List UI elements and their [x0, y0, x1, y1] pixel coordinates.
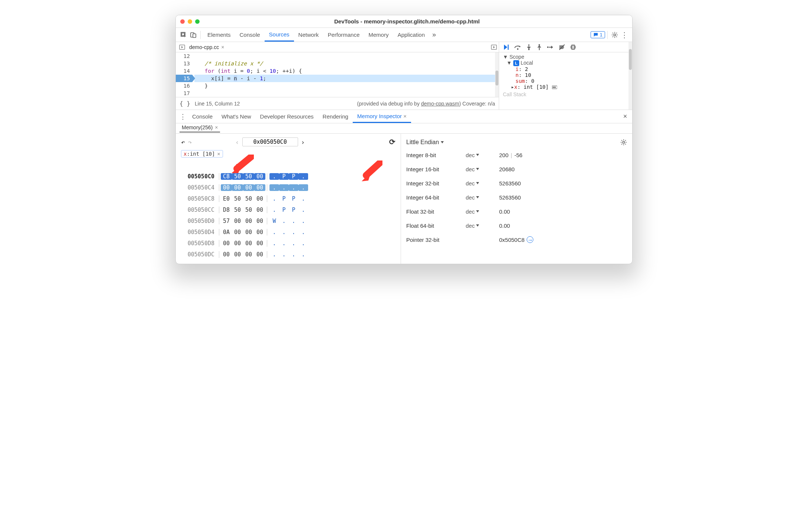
- editor-scrollbar[interactable]: [495, 52, 499, 97]
- object-chip[interactable]: x: int [10] ×: [181, 150, 223, 158]
- tab-application[interactable]: Application: [393, 28, 429, 42]
- kebab-menu-icon[interactable]: ⋮: [620, 30, 629, 40]
- messages-badge[interactable]: 1: [591, 31, 605, 38]
- hex-byte[interactable]: 00: [254, 251, 265, 258]
- hex-byte[interactable]: 00: [243, 218, 254, 224]
- hex-byte[interactable]: 00: [243, 229, 254, 236]
- hex-byte[interactable]: 00: [254, 184, 265, 191]
- ascii-byte[interactable]: .: [298, 229, 308, 236]
- hex-byte[interactable]: 00: [232, 218, 243, 224]
- ascii-byte[interactable]: .: [289, 218, 298, 224]
- ascii-byte[interactable]: .: [279, 251, 289, 258]
- step-out-icon[interactable]: [536, 44, 542, 51]
- scope-var-array[interactable]: ▸x: int [10]: [503, 84, 628, 90]
- tab-console[interactable]: Console: [235, 28, 265, 42]
- scope-var[interactable]: sum: 0: [503, 78, 628, 84]
- local-scope-header[interactable]: ▼ LLocal: [503, 60, 628, 66]
- step-into-icon[interactable]: [526, 44, 532, 51]
- hex-byte[interactable]: 00: [243, 240, 254, 247]
- ascii-byte[interactable]: .: [298, 195, 308, 202]
- debugger-scrollbar[interactable]: [628, 42, 632, 110]
- ascii-byte[interactable]: .: [289, 229, 298, 236]
- hex-byte[interactable]: 50: [243, 195, 254, 202]
- display-mode-select[interactable]: dec: [466, 180, 499, 186]
- minimize-icon[interactable]: [188, 19, 192, 24]
- ascii-byte[interactable]: .: [298, 184, 308, 191]
- pause-exceptions-icon[interactable]: [570, 44, 576, 51]
- drawer-tab-devres[interactable]: Developer Resources: [256, 110, 318, 123]
- hex-byte[interactable]: 50: [232, 173, 243, 180]
- hex-row[interactable]: 005050C400000000....: [181, 182, 395, 193]
- display-mode-select[interactable]: dec: [466, 194, 499, 201]
- hex-row[interactable]: 005050C0C8505000.PP.: [181, 171, 395, 182]
- close-icon[interactable]: ×: [217, 151, 220, 157]
- redo-icon[interactable]: ↷: [188, 138, 192, 146]
- refresh-icon[interactable]: ⟳: [389, 137, 395, 146]
- ascii-byte[interactable]: .: [279, 184, 289, 191]
- resume-icon[interactable]: [503, 44, 510, 51]
- drawer-menu-icon[interactable]: ⋮: [178, 112, 188, 121]
- scope-header[interactable]: ▼ Scope: [503, 54, 628, 60]
- display-mode-select[interactable]: dec: [466, 208, 499, 215]
- hex-row[interactable]: 005050D40A000000....: [181, 227, 395, 238]
- undo-icon[interactable]: ↶: [181, 138, 185, 146]
- file-tab[interactable]: demo-cpp.cc ×: [186, 44, 227, 50]
- step-icon[interactable]: [547, 44, 554, 50]
- close-icon[interactable]: ×: [221, 44, 224, 50]
- hex-row[interactable]: 005050C8E0505000.PP.: [181, 193, 395, 204]
- display-mode-select[interactable]: dec: [466, 223, 499, 229]
- close-icon[interactable]: ×: [215, 124, 218, 130]
- hex-row[interactable]: 005050CCD8505000.PP.: [181, 204, 395, 215]
- ascii-byte[interactable]: P: [289, 207, 298, 213]
- hex-byte[interactable]: 50: [232, 195, 243, 202]
- ascii-byte[interactable]: P: [279, 207, 289, 213]
- hex-byte[interactable]: 00: [232, 240, 243, 247]
- hex-row[interactable]: 005050D057000000W...: [181, 215, 395, 227]
- ascii-byte[interactable]: W: [269, 218, 279, 224]
- code-editor[interactable]: 12 13 14 15 16 17 /* initialize x */ for…: [176, 52, 499, 97]
- ascii-byte[interactable]: P: [279, 173, 289, 180]
- ascii-byte[interactable]: P: [289, 173, 298, 180]
- close-drawer-icon[interactable]: ×: [620, 112, 630, 121]
- tab-performance[interactable]: Performance: [323, 28, 364, 42]
- ascii-byte[interactable]: .: [269, 251, 279, 258]
- hex-grid[interactable]: 005050C0C8505000.PP.005050C400000000....…: [181, 171, 395, 260]
- next-page-icon[interactable]: ›: [301, 138, 305, 146]
- hex-byte[interactable]: 00: [243, 184, 254, 191]
- ascii-byte[interactable]: .: [298, 218, 308, 224]
- hex-byte[interactable]: 00: [254, 195, 265, 202]
- ascii-byte[interactable]: .: [269, 240, 279, 247]
- deactivate-breakpoints-icon[interactable]: [559, 44, 565, 51]
- more-tabs-icon[interactable]: »: [429, 30, 439, 40]
- drawer-tab-rendering[interactable]: Rendering: [318, 110, 353, 123]
- tab-memory[interactable]: Memory: [364, 28, 393, 42]
- hex-byte[interactable]: 00: [221, 251, 232, 258]
- ascii-byte[interactable]: .: [279, 240, 289, 247]
- hex-byte[interactable]: 00: [254, 240, 265, 247]
- hex-byte[interactable]: 00: [254, 218, 265, 224]
- hex-byte[interactable]: 00: [221, 184, 232, 191]
- hex-byte[interactable]: 00: [254, 207, 265, 213]
- call-stack-header[interactable]: Call Stack: [503, 90, 628, 97]
- ascii-byte[interactable]: .: [279, 218, 289, 224]
- scope-var[interactable]: i: 2: [503, 66, 628, 72]
- hex-row[interactable]: 005050D800000000....: [181, 238, 395, 249]
- inspector-settings-icon[interactable]: [620, 139, 627, 146]
- hex-byte[interactable]: 00: [232, 184, 243, 191]
- ascii-byte[interactable]: .: [289, 251, 298, 258]
- hex-byte[interactable]: D8: [221, 207, 232, 213]
- ascii-byte[interactable]: .: [298, 251, 308, 258]
- ascii-byte[interactable]: .: [269, 195, 279, 202]
- ascii-byte[interactable]: .: [298, 240, 308, 247]
- ascii-byte[interactable]: .: [289, 184, 298, 191]
- drawer-tab-console[interactable]: Console: [188, 110, 217, 123]
- ascii-byte[interactable]: .: [289, 240, 298, 247]
- step-over-icon[interactable]: [514, 44, 521, 50]
- hex-byte[interactable]: 50: [243, 173, 254, 180]
- ascii-byte[interactable]: .: [269, 173, 279, 180]
- hex-byte[interactable]: 00: [254, 229, 265, 236]
- inspect-element-icon[interactable]: [179, 30, 188, 40]
- display-mode-select[interactable]: dec: [466, 166, 499, 172]
- tab-elements[interactable]: Elements: [203, 28, 235, 42]
- goto-address-icon[interactable]: →: [527, 236, 533, 243]
